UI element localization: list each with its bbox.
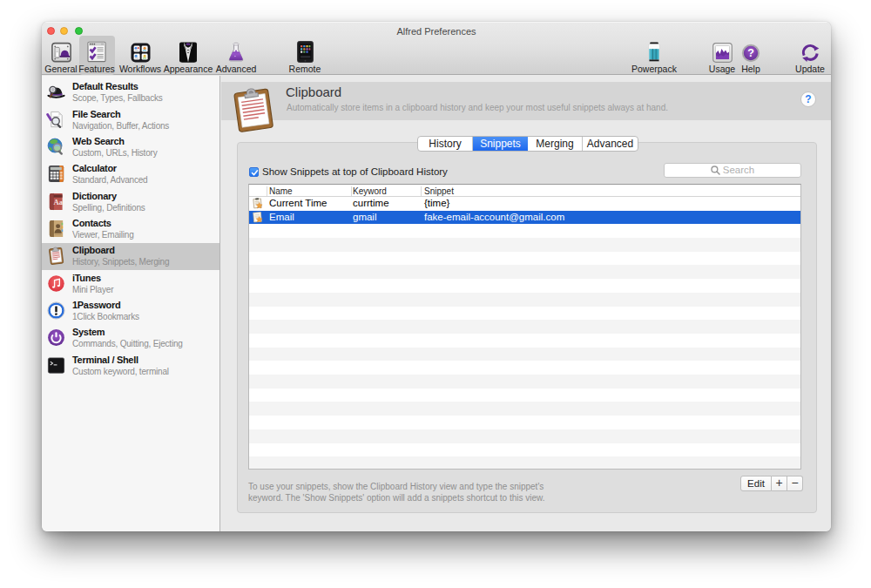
svg-text:?: ? <box>747 47 754 59</box>
svg-text:Aa: Aa <box>53 198 63 206</box>
